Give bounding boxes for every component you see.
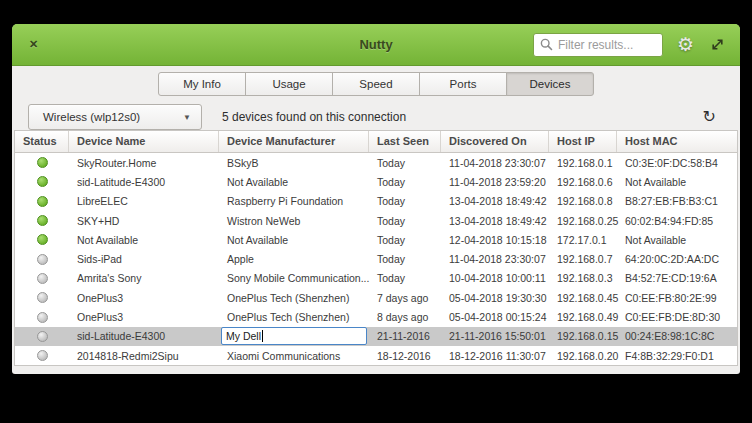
last-seen-cell: 21-11-2016 (369, 330, 441, 342)
status-cell (15, 176, 69, 187)
desktop-background: { "titlebar": { "title": "Nutty", "close… (0, 0, 752, 423)
host-mac-cell: C0:EE:FB:80:2E:99 (617, 292, 737, 304)
status-cell (15, 273, 69, 284)
search-icon (540, 38, 553, 51)
tab-speed[interactable]: Speed (332, 72, 420, 96)
status-offline-dot-icon (37, 331, 48, 342)
last-seen-cell: Today (369, 253, 441, 265)
host-mac-cell: 64:20:0C:2D:AA:DC (617, 253, 737, 265)
discovered-on-cell: 11-04-2018 23:30:07 (441, 253, 549, 265)
refresh-icon[interactable]: ↻ (703, 109, 716, 125)
table-row[interactable]: OnePlus3OnePlus Tech (Shenzhen)8 days ag… (15, 307, 737, 326)
expand-icon[interactable] (710, 37, 725, 52)
discovered-on-cell: 18-12-2016 11:30:07 (441, 350, 549, 362)
host-ip-cell: 192.168.0.3 (549, 272, 617, 284)
status-cell (15, 157, 69, 168)
device-name-cell: SKY+HD (69, 215, 219, 227)
column-header-device-manufacturer[interactable]: Device Manufacturer (219, 131, 369, 152)
device-manufacturer-cell: OnePlus Tech (Shenzhen) (219, 311, 369, 323)
column-header-last-seen[interactable]: Last Seen (369, 131, 441, 152)
column-header-host-ip[interactable]: Host IP (549, 131, 617, 152)
device-manufacturer-cell: Apple (219, 253, 369, 265)
last-seen-cell: Today (369, 157, 441, 169)
discovered-on-cell: 05-04-2018 19:30:30 (441, 292, 549, 304)
host-ip-cell: 192.168.0.20 (549, 350, 617, 362)
host-ip-cell: 192.168.0.1 (549, 157, 617, 169)
device-manufacturer-cell: OnePlus Tech (Shenzhen) (219, 292, 369, 304)
host-ip-cell: 192.168.0.49 (549, 311, 617, 323)
column-header-discovered-on[interactable]: Discovered On (441, 131, 549, 152)
status-online-dot-icon (37, 157, 48, 168)
column-header-device-name[interactable]: Device Name (69, 131, 219, 152)
last-seen-cell: Today (369, 272, 441, 284)
host-ip-cell: 192.168.0.25 (549, 215, 617, 227)
table-row[interactable]: LibreELECRaspberry Pi FoundationToday13-… (15, 192, 737, 211)
device-name-cell: sid-Latitude-E4300 (69, 330, 219, 342)
tab-usage[interactable]: Usage (245, 72, 333, 96)
last-seen-cell: Today (369, 176, 441, 188)
connection-toolbar: Wireless (wlp12s0) ▼ 5 devices found on … (12, 104, 740, 130)
host-ip-cell: 192.168.0.6 (549, 176, 617, 188)
host-mac-cell: 00:24:E8:98:1C:8C (617, 330, 737, 342)
close-button[interactable]: ✕ (29, 39, 38, 50)
devices-table: StatusDevice NameDevice ManufacturerLast… (14, 130, 738, 366)
interface-dropdown[interactable]: Wireless (wlp12s0) ▼ (28, 104, 202, 130)
tab-ports[interactable]: Ports (419, 72, 507, 96)
host-mac-cell: B4:52:7E:CD:19:6A (617, 272, 737, 284)
discovered-on-cell: 05-04-2018 00:15:24 (441, 311, 549, 323)
device-manufacturer-cell: Sony Mobile Communication... (219, 272, 369, 284)
manufacturer-edit-value: My Dell (226, 330, 261, 342)
device-manufacturer-cell: Raspberry Pi Foundation (219, 195, 369, 207)
device-manufacturer-cell: BSkyB (219, 157, 369, 169)
last-seen-cell: Today (369, 215, 441, 227)
tab-bar: My InfoUsageSpeedPortsDevices (12, 72, 740, 96)
device-name-cell: sid-Latitude-E4300 (69, 176, 219, 188)
discovered-on-cell: 13-04-2018 18:49:42 (441, 215, 549, 227)
titlebar-actions: ⚙ (533, 33, 740, 57)
manufacturer-edit-input[interactable]: My Dell (221, 327, 367, 345)
last-seen-cell: 18-12-2016 (369, 350, 441, 362)
table-row[interactable]: OnePlus3OnePlus Tech (Shenzhen)7 days ag… (15, 288, 737, 307)
host-mac-cell: Not Available (617, 234, 737, 246)
discovered-on-cell: 21-11-2016 15:50:01 (441, 330, 549, 342)
table-row[interactable]: SkyRouter.HomeBSkyBToday11-04-2018 23:30… (15, 153, 737, 172)
column-header-status[interactable]: Status (15, 131, 69, 152)
status-cell (15, 312, 69, 323)
host-mac-cell: C0:EE:FB:DE:8D:30 (617, 311, 737, 323)
discovered-on-cell: 11-04-2018 23:59:20 (441, 176, 549, 188)
device-manufacturer-cell: Not Available (219, 234, 369, 246)
table-row[interactable]: Not AvailableNot AvailableToday12-04-201… (15, 230, 737, 249)
column-header-host-mac[interactable]: Host MAC (617, 131, 737, 152)
nutty-window: ✕ Nutty ⚙ My InfoUsageSpeedPortsDevices (12, 24, 740, 374)
host-ip-cell: 192.168.0.8 (549, 195, 617, 207)
gear-icon[interactable]: ⚙ (677, 35, 694, 54)
devices-table-body: SkyRouter.HomeBSkyBToday11-04-2018 23:30… (15, 153, 737, 365)
filter-input[interactable] (558, 38, 656, 52)
host-mac-cell: 60:02:B4:94:FD:85 (617, 215, 737, 227)
host-mac-cell: F4:8B:32:29:F0:D1 (617, 350, 737, 362)
filter-results-box[interactable] (533, 33, 663, 57)
tab-my-info[interactable]: My Info (158, 72, 246, 96)
status-cell (15, 350, 69, 361)
last-seen-cell: 8 days ago (369, 311, 441, 323)
devices-table-header: StatusDevice NameDevice ManufacturerLast… (15, 131, 737, 153)
status-offline-dot-icon (37, 254, 48, 265)
last-seen-cell: Today (369, 234, 441, 246)
status-cell (15, 254, 69, 265)
status-offline-dot-icon (37, 350, 48, 361)
host-mac-cell: B8:27:EB:FB:B3:C1 (617, 195, 737, 207)
table-row[interactable]: Sids-iPadAppleToday11-04-2018 23:30:0719… (15, 249, 737, 268)
table-row[interactable]: 2014818-Redmi2SipuXiaomi Communications1… (15, 346, 737, 365)
device-name-cell: Sids-iPad (69, 253, 219, 265)
table-row[interactable]: Amrita's SonySony Mobile Communication..… (15, 269, 737, 288)
tab-devices[interactable]: Devices (506, 72, 594, 96)
table-row[interactable]: sid-Latitude-E4300My Dell21-11-201621-11… (15, 327, 737, 346)
device-name-cell: LibreELEC (69, 195, 219, 207)
device-manufacturer-cell: Wistron NeWeb (219, 215, 369, 227)
host-ip-cell: 172.17.0.1 (549, 234, 617, 246)
status-cell (15, 234, 69, 245)
table-row[interactable]: sid-Latitude-E4300Not AvailableToday11-0… (15, 172, 737, 191)
host-mac-cell: C0:3E:0F:DC:58:B4 (617, 157, 737, 169)
status-online-dot-icon (37, 196, 48, 207)
table-row[interactable]: SKY+HDWistron NeWebToday13-04-2018 18:49… (15, 211, 737, 230)
